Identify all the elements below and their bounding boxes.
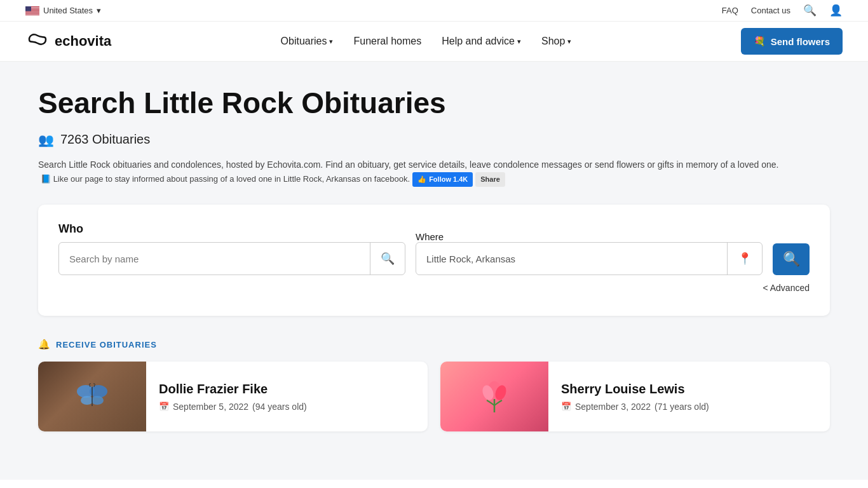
svg-rect-8 bbox=[25, 11, 39, 12]
receive-label: 🔔 RECEIVE OBITUARIES bbox=[38, 339, 830, 350]
obit-photo-2 bbox=[440, 362, 548, 431]
name-search-icon-button[interactable]: 🔍 bbox=[370, 243, 405, 274]
logo-icon bbox=[25, 32, 50, 51]
tulip-image bbox=[475, 377, 513, 416]
where-label: Where bbox=[416, 231, 444, 242]
who-field: Who 🔍 bbox=[58, 222, 405, 275]
fb-share-button[interactable]: Share bbox=[475, 172, 505, 187]
bell-icon: 🔔 bbox=[38, 339, 51, 350]
obituaries-chevron-icon: ▾ bbox=[329, 37, 333, 46]
search-name-input[interactable] bbox=[59, 245, 370, 273]
calendar-icon-2: 📅 bbox=[561, 402, 571, 411]
who-input-wrap: 🔍 bbox=[58, 242, 405, 275]
photo-placeholder-1 bbox=[38, 362, 146, 431]
fb-widget: 📘 Like our page to stay informed about p… bbox=[41, 172, 505, 187]
contact-link[interactable]: Contact us bbox=[751, 6, 790, 15]
nav-help-advice[interactable]: Help and advice ▾ bbox=[442, 36, 521, 47]
where-input-wrap: Little Rock, Arkansas 📍 bbox=[416, 242, 763, 275]
receive-section: 🔔 RECEIVE OBITUARIES bbox=[38, 339, 830, 431]
who-label: Who bbox=[58, 222, 405, 236]
svg-rect-12 bbox=[25, 14, 39, 15]
obituary-count: 👥 7263 Obituaries bbox=[38, 132, 830, 147]
svg-rect-7 bbox=[25, 11, 39, 11]
calendar-icon-1: 📅 bbox=[159, 402, 169, 411]
photo-placeholder-2 bbox=[440, 362, 548, 431]
obit-card-1[interactable]: Dollie Frazier Fike 📅 September 5, 2022 … bbox=[38, 362, 428, 431]
country-selector[interactable]: United States ▾ bbox=[25, 6, 101, 15]
nav-funeral-homes[interactable]: Funeral homes bbox=[353, 36, 421, 47]
svg-rect-13 bbox=[25, 6, 31, 11]
shop-chevron-icon: ▾ bbox=[567, 37, 571, 46]
send-flowers-button[interactable]: 💐 Send flowers bbox=[741, 28, 843, 55]
description-text: Search Little Rock obituaries and condol… bbox=[38, 158, 801, 187]
fb-follow-button[interactable]: 👍 Follow 1.4K bbox=[412, 172, 473, 187]
svg-point-17 bbox=[91, 396, 104, 405]
send-flowers-flower-icon: 💐 bbox=[754, 36, 766, 47]
obit-date-1: 📅 September 5, 2022 (94 years old) bbox=[159, 402, 307, 412]
people-icon: 👥 bbox=[38, 132, 54, 147]
page-title: Search Little Rock Obituaries bbox=[38, 87, 830, 119]
utility-links: FAQ Contact us 🔍 👤 bbox=[722, 4, 843, 17]
help-chevron-icon: ▾ bbox=[517, 37, 521, 46]
where-field: Where Little Rock, Arkansas 📍 bbox=[416, 231, 763, 275]
obit-photo-1 bbox=[38, 362, 146, 431]
obit-name-1: Dollie Frazier Fike bbox=[159, 382, 307, 396]
svg-rect-10 bbox=[25, 13, 39, 13]
svg-rect-9 bbox=[25, 12, 39, 13]
search-box: Who 🔍 Where Little Rock, Arkansas 📍 🔍 bbox=[38, 205, 830, 316]
nav-links: Obituaries ▾ Funeral homes Help and advi… bbox=[281, 36, 572, 47]
top-bar: United States ▾ FAQ Contact us 🔍 👤 bbox=[0, 0, 868, 22]
search-go-icon: 🔍 bbox=[783, 251, 800, 268]
svg-rect-11 bbox=[25, 13, 39, 14]
obit-info-1: Dollie Frazier Fike 📅 September 5, 2022 … bbox=[146, 362, 320, 431]
nav-shop[interactable]: Shop ▾ bbox=[541, 36, 571, 47]
main-nav: echovita Obituaries ▾ Funeral homes Help… bbox=[0, 22, 868, 62]
location-icon-button[interactable]: 📍 bbox=[727, 243, 762, 274]
search-icon-button[interactable]: 🔍 bbox=[803, 4, 817, 17]
user-icon-button[interactable]: 👤 bbox=[829, 4, 843, 17]
us-flag-icon bbox=[25, 6, 39, 15]
obit-info-2: Sherry Louise Lewis 📅 September 3, 2022 … bbox=[548, 362, 722, 431]
country-label: United States bbox=[43, 6, 93, 15]
obituary-grid: Dollie Frazier Fike 📅 September 5, 2022 … bbox=[38, 362, 830, 431]
logo[interactable]: echovita bbox=[25, 32, 111, 51]
location-select[interactable]: Little Rock, Arkansas bbox=[416, 245, 727, 273]
obit-date-2: 📅 September 3, 2022 (71 years old) bbox=[561, 402, 709, 412]
logo-text: echovita bbox=[55, 33, 111, 50]
country-chevron: ▾ bbox=[97, 6, 101, 15]
obit-card-2[interactable]: Sherry Louise Lewis 📅 September 3, 2022 … bbox=[440, 362, 830, 431]
faq-link[interactable]: FAQ bbox=[722, 6, 738, 15]
search-row: Who 🔍 Where Little Rock, Arkansas 📍 🔍 bbox=[58, 222, 810, 275]
nav-obituaries[interactable]: Obituaries ▾ bbox=[281, 36, 334, 47]
search-go-button[interactable]: 🔍 bbox=[773, 243, 810, 275]
butterfly-image bbox=[73, 377, 111, 416]
page-content: Search Little Rock Obituaries 👥 7263 Obi… bbox=[0, 62, 868, 480]
obit-name-2: Sherry Louise Lewis bbox=[561, 382, 709, 396]
advanced-search-link[interactable]: < Advanced bbox=[58, 283, 810, 293]
